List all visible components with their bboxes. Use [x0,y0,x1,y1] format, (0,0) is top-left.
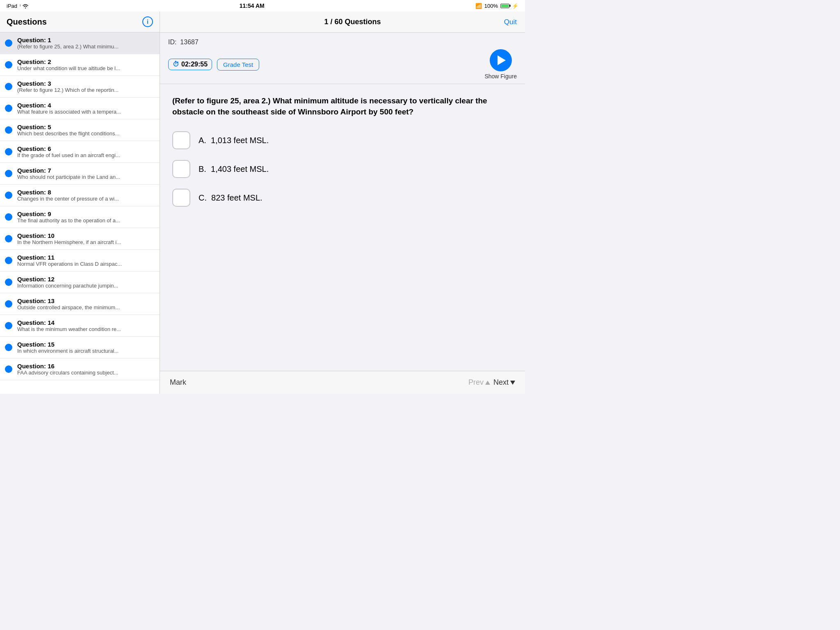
play-triangle [498,55,506,65]
sidebar-list: Question: 1 (Refer to figure 25, area 2.… [0,32,160,394]
question-dot-2 [5,61,12,68]
answer-option-2[interactable]: B. 1,403 feet MSL. [172,160,513,178]
answer-checkbox-2[interactable] [172,160,190,178]
sidebar-header: Questions i [0,11,160,32]
content-area: 1 / 60 Questions Quit ID: 13687 ⏱ 02:29:… [160,11,525,394]
play-icon [490,49,512,71]
mark-button[interactable]: Mark [170,378,186,387]
prev-label: Prev [468,378,484,387]
nav-buttons: Prev Next [468,378,515,387]
question-text-wrap-14: Question: 14 What is the minimum weather… [17,319,155,332]
question-text-wrap-15: Question: 15 In which environment is air… [17,341,155,354]
question-dot-1 [5,39,12,47]
question-list-item-4[interactable]: Question: 4 What feature is associated w… [0,98,160,119]
question-label-12: Question: 12 [17,276,155,283]
question-label-11: Question: 11 [17,254,155,261]
question-list-item-7[interactable]: Question: 7 Who should not participate i… [0,163,160,185]
question-dot-15 [5,344,12,351]
question-list-item-13[interactable]: Question: 13 Outside controlled airspace… [0,293,160,315]
question-text-wrap-8: Question: 8 Changes in the center of pre… [17,189,155,202]
question-label-14: Question: 14 [17,319,155,326]
answer-checkbox-3[interactable] [172,189,190,207]
question-list-item-10[interactable]: Question: 10 In the Northern Hemisphere,… [0,228,160,250]
question-label-13: Question: 13 [17,297,155,304]
sidebar: Questions i Question: 1 (Refer to figure… [0,11,160,394]
question-label-7: Question: 7 [17,167,155,174]
question-text-wrap-2: Question: 2 Under what condition will tr… [17,58,155,71]
quit-button[interactable]: Quit [504,18,517,26]
question-list-item-15[interactable]: Question: 15 In which environment is air… [0,337,160,358]
question-text-wrap-12: Question: 12 Information concerning para… [17,276,155,289]
question-label-4: Question: 4 [17,102,155,109]
question-id: ID: 13687 [168,39,517,46]
answer-option-3[interactable]: C. 823 feet MSL. [172,189,513,207]
app-layout: Questions i Question: 1 (Refer to figure… [0,11,525,394]
question-list-item-16[interactable]: Question: 16 FAA advisory circulars cont… [0,358,160,380]
question-list-item-8[interactable]: Question: 8 Changes in the center of pre… [0,185,160,206]
status-right: 📶 100% ⚡ [475,3,518,9]
id-value: 13687 [180,39,199,46]
question-label-16: Question: 16 [17,363,155,370]
answer-option-1[interactable]: A. 1,013 feet MSL. [172,131,513,149]
answer-checkbox-1[interactable] [172,131,190,149]
status-bar: iPad ᵎ 11:54 AM 📶 100% ⚡ [0,0,525,11]
nav-title: 1 / 60 Questions [201,18,504,26]
header-left: ⏱ 02:29:55 Grade Test [168,59,259,71]
question-preview-8: Changes in the center of pressure of a w… [17,196,155,202]
question-label-2: Question: 2 [17,58,155,65]
question-preview-16: FAA advisory circulars containing subjec… [17,370,155,376]
question-dot-8 [5,192,12,199]
question-preview-6: If the grade of fuel used in an aircraft… [17,152,155,158]
question-list-item-12[interactable]: Question: 12 Information concerning para… [0,272,160,293]
question-label-6: Question: 6 [17,145,155,152]
next-triangle-icon [510,381,515,385]
question-text-wrap-5: Question: 5 Which best describes the fli… [17,123,155,137]
question-list-item-2[interactable]: Question: 2 Under what condition will tr… [0,54,160,76]
question-label-1: Question: 1 [17,37,155,43]
answers-container: A. 1,013 feet MSL. B. 1,403 feet MSL. C.… [172,131,513,207]
prev-triangle-icon [485,381,490,385]
show-figure-button[interactable]: Show Figure [484,49,517,80]
prev-button[interactable]: Prev [468,378,490,387]
question-text-wrap-16: Question: 16 FAA advisory circulars cont… [17,363,155,376]
question-preview-15: In which environment is aircraft structu… [17,348,155,354]
question-preview-9: The final authority as to the operation … [17,217,155,224]
question-text-wrap-11: Question: 11 Normal VFR operations in Cl… [17,254,155,267]
battery-icon [500,4,509,8]
question-list-item-6[interactable]: Question: 6 If the grade of fuel used in… [0,141,160,163]
question-preview-14: What is the minimum weather condition re… [17,326,155,332]
question-preview-1: (Refer to figure 25, area 2.) What minim… [17,43,155,50]
next-label: Next [493,378,509,387]
question-dot-16 [5,365,12,373]
footer-bar: Mark Prev Next [160,371,525,394]
question-label-8: Question: 8 [17,189,155,196]
next-button[interactable]: Next [493,378,515,387]
question-text-wrap-3: Question: 3 (Refer to figure 12.) Which … [17,80,155,93]
question-list-item-14[interactable]: Question: 14 What is the minimum weather… [0,315,160,337]
question-dot-5 [5,126,12,134]
question-list-item-11[interactable]: Question: 11 Normal VFR operations in Cl… [0,250,160,272]
question-text-wrap-9: Question: 9 The final authority as to th… [17,210,155,224]
question-dot-10 [5,235,12,242]
question-text-wrap-6: Question: 6 If the grade of fuel used in… [17,145,155,158]
grade-test-button[interactable]: Grade Test [217,59,259,71]
question-list-item-9[interactable]: Question: 9 The final authority as to th… [0,206,160,228]
timer-icon: ⏱ [173,61,179,68]
battery-percent: 100% [484,3,498,9]
question-list-item-5[interactable]: Question: 5 Which best describes the fli… [0,119,160,141]
question-label-15: Question: 15 [17,341,155,348]
question-dot-7 [5,170,12,177]
info-icon[interactable]: i [142,16,153,27]
question-text-wrap-4: Question: 4 What feature is associated w… [17,102,155,115]
charging-icon: ⚡ [512,3,518,9]
answer-label-3: C. 823 feet MSL. [199,193,262,203]
question-dot-12 [5,278,12,286]
question-text: (Refer to figure 25, area 2.) What minim… [172,96,513,117]
question-dot-4 [5,105,12,112]
question-dot-14 [5,322,12,329]
question-dot-11 [5,257,12,264]
question-dot-3 [5,83,12,90]
question-list-item-1[interactable]: Question: 1 (Refer to figure 25, area 2.… [0,32,160,54]
question-preview-4: What feature is associated with a temper… [17,109,155,115]
question-list-item-3[interactable]: Question: 3 (Refer to figure 12.) Which … [0,76,160,98]
